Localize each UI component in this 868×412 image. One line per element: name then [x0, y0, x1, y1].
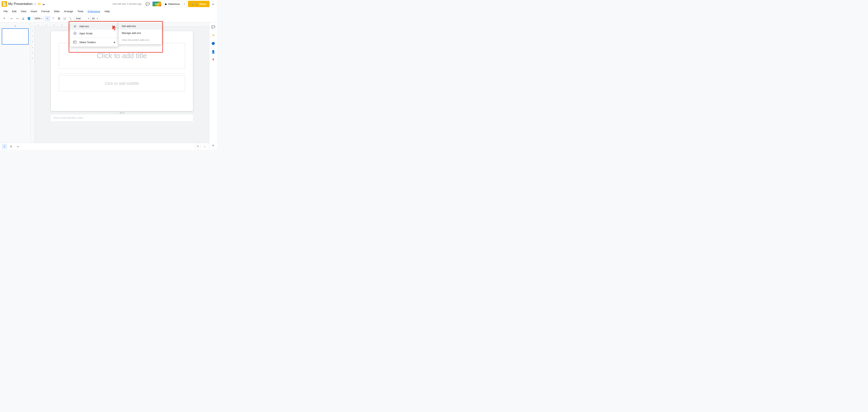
menu-item-format[interactable]: Format	[39, 9, 52, 13]
subtitle-placeholder: Click to add subtitle	[105, 81, 139, 86]
get-addons-label: Get add-ons	[122, 25, 136, 28]
folder-icon[interactable]: 📁	[38, 2, 41, 5]
notes-placeholder: Click to add speaker notes	[53, 116, 84, 119]
slide-number: 1	[14, 25, 16, 27]
line-tool[interactable]: ╲	[68, 16, 73, 21]
paint-format-button[interactable]: 🪣	[26, 16, 32, 21]
speaker-notes[interactable]: Click to add speaker notes	[51, 114, 193, 121]
slides-panel: 1	[0, 23, 31, 150]
addons-subdropdown: Get add-ons Manage add-ons View document…	[118, 22, 162, 44]
slides-toolbox-icon	[73, 40, 77, 44]
vertical-ruler: 1 2 3 4 5 6	[31, 26, 34, 150]
collapse-panel-button[interactable]: ▲	[211, 2, 215, 6]
font-size-selector[interactable]: 18 ▾	[91, 16, 99, 21]
font-size: 18	[92, 17, 94, 20]
view-doc-addons-label: View document add-ons	[122, 38, 149, 41]
svg-rect-2	[74, 41, 75, 42]
cloud-icon[interactable]: ☁	[42, 2, 45, 5]
title-placeholder: Click to add title	[97, 52, 147, 60]
addons-label: Add-ons	[79, 25, 89, 28]
print-button[interactable]: 🖨	[20, 16, 26, 21]
sidebar-explore-icon[interactable]: ★	[211, 32, 216, 38]
apps-script-label: Apps Script	[79, 32, 92, 35]
title-text-box[interactable]: Click to add title	[59, 43, 185, 69]
slideshow-label: Slideshow	[168, 3, 180, 5]
apps-script-icon	[73, 31, 77, 35]
font-name: Arial	[76, 17, 81, 20]
menu-item-view[interactable]: View	[19, 9, 28, 13]
image-tool[interactable]: 🖼	[56, 16, 62, 21]
view-doc-addons-item: View document add-ons	[119, 36, 161, 43]
manage-addons-item[interactable]: Manage add-ons	[119, 30, 161, 36]
menu-item-edit[interactable]: Edit	[10, 9, 18, 13]
zoom-button[interactable]: 100% ▾	[33, 16, 43, 21]
addons-arrow-icon: ▶	[114, 25, 115, 28]
sidebar-maps-icon[interactable]: 📍	[211, 57, 216, 63]
meet-button[interactable]: Meet	[152, 1, 162, 7]
slides-toolbox-label: Slides Toolbox	[79, 41, 96, 44]
cursor-tool[interactable]: ↖	[45, 16, 50, 21]
collapse-panel-bottom[interactable]: ◂	[15, 144, 21, 149]
sidebar-chat-icon[interactable]: 💬	[211, 24, 216, 30]
menu-item-tools[interactable]: Tools	[75, 9, 85, 13]
undo-button[interactable]: ↩	[9, 16, 14, 21]
app-logo	[2, 1, 7, 7]
menu-item-extensions[interactable]: Extensions	[86, 9, 102, 13]
addons-icon: ⊞	[73, 24, 77, 28]
apps-script-menu-item[interactable]: Apps Script	[70, 30, 118, 37]
redo-button[interactable]: ↪	[14, 16, 20, 21]
addons-menu-item[interactable]: ⊞ Add-ons ▶	[70, 23, 118, 30]
sidebar-keep-icon[interactable]: 🔵	[211, 41, 216, 46]
manage-addons-label: Manage add-ons	[122, 32, 141, 34]
shape-tool[interactable]: ⬜	[62, 16, 67, 21]
slideshow-dropdown-arrow[interactable]: ▾	[182, 1, 187, 7]
menu-item-arrange[interactable]: Arrange	[62, 9, 75, 13]
add-slide-bottom[interactable]: +	[195, 143, 201, 149]
insert-button[interactable]: +	[1, 16, 7, 21]
right-sidebar: 💬 ★ 🔵 👤 📍 +	[209, 23, 217, 150]
font-selector[interactable]: Arial ▾	[74, 16, 90, 21]
sidebar-account-icon[interactable]: 👤	[211, 49, 216, 55]
comment-button[interactable]: 💬	[145, 1, 151, 7]
last-edit-text: Last edit was 3 minutes ago	[112, 3, 142, 5]
extensions-dropdown: ⊞ Add-ons ▶ Apps Script Slides Toolbox ▶	[70, 22, 118, 47]
slides-toolbox-menu-item[interactable]: Slides Toolbox ▶	[70, 39, 118, 46]
get-addons-item[interactable]: Get add-ons	[119, 23, 161, 30]
menu-item-help[interactable]: Help	[102, 9, 112, 13]
slideshow-button-group[interactable]: ▶ Slideshow ▾	[163, 1, 187, 7]
slides-toolbox-arrow-icon: ▶	[114, 41, 115, 43]
svg-point-0	[73, 32, 76, 35]
menu-item-slide[interactable]: Slide	[52, 9, 62, 13]
slide-thumbnail[interactable]	[2, 28, 29, 44]
doc-title: My Presentation	[8, 2, 33, 6]
filmstrip-view-button[interactable]: ⊞	[8, 144, 14, 149]
share-button[interactable]: 🔒 🔒 Share	[188, 1, 210, 7]
zoom-value: 100%	[34, 17, 40, 20]
grid-view-button[interactable]: ≡	[2, 144, 7, 149]
subtitle-text-box[interactable]: Click to add subtitle	[59, 75, 185, 91]
star-icon[interactable]: ☆	[34, 2, 36, 6]
sidebar-plus-icon[interactable]: +	[211, 143, 216, 148]
menu-item-file[interactable]: File	[2, 9, 10, 13]
next-slide-button[interactable]: ›	[202, 144, 208, 149]
text-box-tool[interactable]: T	[51, 16, 56, 21]
menu-item-insert[interactable]: Insert	[29, 9, 39, 13]
canvas-area[interactable]: Click to add title Click to add subtitle	[34, 26, 209, 150]
